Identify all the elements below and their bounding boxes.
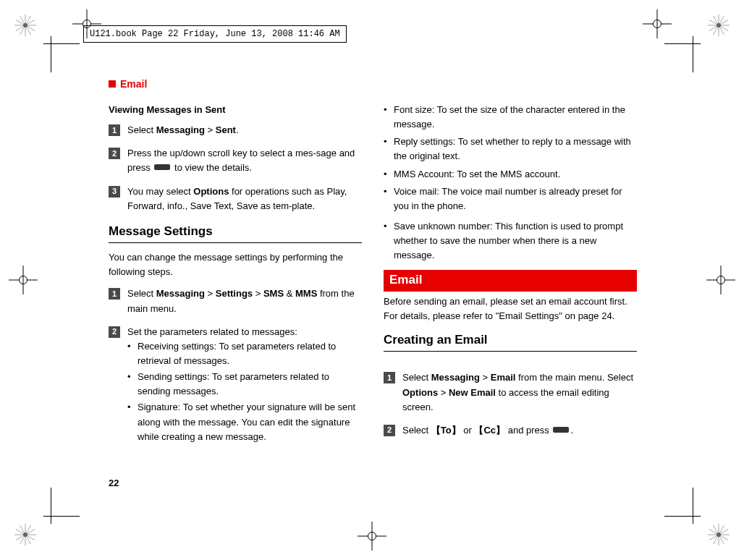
- step-1: 1 Select Messaging > Sent.: [109, 123, 362, 137]
- step-number-icon: 2: [109, 148, 120, 159]
- step-body: Press the up/down scroll key to select a…: [127, 146, 362, 175]
- crosshair-icon: [358, 522, 386, 551]
- heading-creating-email: Creating an Email: [384, 331, 637, 349]
- list-item: Reply settings: To set whether to reply …: [384, 135, 637, 164]
- list-item: Sending settings: To set parameters rela…: [127, 370, 362, 399]
- step-body: Select Messaging > Sent.: [127, 123, 362, 137]
- list-item: Save unknown number: This function is us…: [384, 219, 637, 263]
- page-section-header: Email: [109, 78, 637, 90]
- ok-key-icon: [154, 164, 170, 170]
- column-left: Viewing Messages in Sent 1 Select Messag…: [109, 103, 362, 454]
- step-number-icon: 1: [109, 288, 120, 300]
- registration-mark-icon: [14, 14, 36, 36]
- step-body: Select 【To】 or 【Cc】 and press .: [402, 423, 637, 438]
- step-body: Set the parameters related to messages: …: [127, 325, 362, 446]
- column-right: Font size: To set the size of the charac…: [384, 103, 637, 454]
- step-3: 3 You may select Options for operations …: [109, 184, 362, 213]
- list-item: Voice mail: The voice mail number is alr…: [384, 184, 637, 213]
- ms-step-2: 2 Set the parameters related to messages…: [109, 325, 362, 446]
- list-item: Signature: To set whether your signature…: [127, 400, 362, 444]
- para-email-intro: Before sending an email, please set an e…: [384, 294, 637, 323]
- registration-mark-icon: [708, 524, 730, 546]
- step-body: Select Messaging > Email from the main m…: [402, 370, 637, 414]
- ce-step-2: 2 Select 【To】 or 【Cc】 and press .: [384, 423, 637, 438]
- step-number-icon: 1: [109, 124, 120, 136]
- heading-message-settings: Message Settings: [109, 222, 362, 241]
- list-item: MMS Account: To set the MMS account.: [384, 167, 637, 182]
- step-body: Select Messaging > Settings > SMS & MMS …: [127, 287, 362, 315]
- page-number: 22: [109, 478, 119, 488]
- list-item: Font size: To set the size of the charac…: [384, 103, 637, 132]
- section-bar-email: Email: [384, 270, 637, 291]
- file-stamp: U121.book Page 22 Friday, June 13, 2008 …: [83, 25, 347, 43]
- registration-mark-icon: [708, 14, 730, 36]
- step-intro: Set the parameters related to messages:: [127, 325, 362, 339]
- crosshair-icon: [643, 9, 672, 38]
- crosshair-icon: [706, 266, 735, 294]
- section-bullet-icon: [109, 80, 116, 88]
- col2-top-list: Font size: To set the size of the charac…: [384, 103, 637, 263]
- registration-mark-icon: [14, 524, 36, 546]
- ms-step2-list: Receiving settings: To set parameters re…: [127, 339, 362, 444]
- step-number-icon: 1: [384, 372, 395, 383]
- step-body: You may select Options for operations su…: [127, 184, 362, 213]
- crosshair-icon: [9, 266, 38, 294]
- step-number-icon: 2: [109, 326, 120, 338]
- page-content: Email Viewing Messages in Sent 1 Select …: [109, 78, 637, 454]
- list-item: Receiving settings: To set parameters re…: [127, 339, 362, 368]
- ok-key-icon: [553, 427, 569, 433]
- section-title: Email: [120, 78, 147, 90]
- para-msg-settings-intro: You can change the message settings by p…: [109, 250, 362, 279]
- ms-step-1: 1 Select Messaging > Settings > SMS & MM…: [109, 287, 362, 315]
- step-2: 2 Press the up/down scroll key to select…: [109, 146, 362, 175]
- heading-rule: [109, 242, 362, 243]
- heading-viewing-sent: Viewing Messages in Sent: [109, 103, 362, 117]
- ce-step-1: 1 Select Messaging > Email from the main…: [384, 370, 637, 414]
- step-number-icon: 2: [384, 425, 395, 436]
- step-number-icon: 3: [109, 186, 120, 198]
- heading-rule: [384, 351, 637, 352]
